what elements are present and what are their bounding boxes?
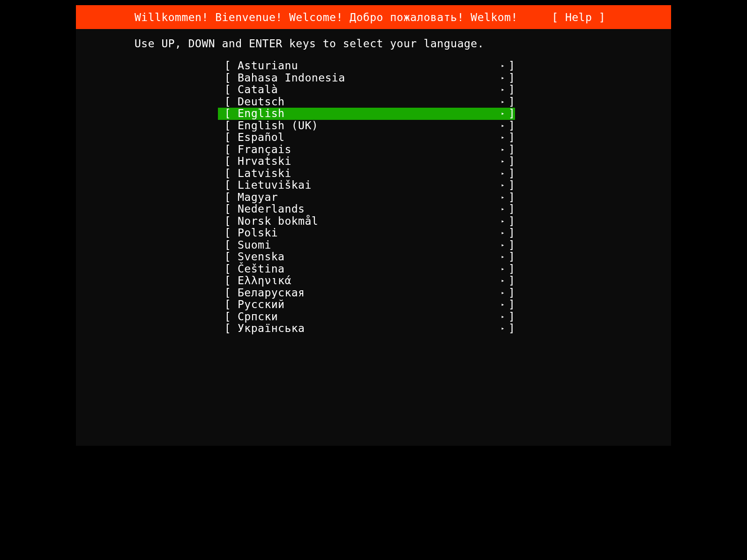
language-name: Català — [231, 84, 501, 96]
language-name: English (UK) — [231, 120, 501, 132]
bracket-open: [ — [218, 299, 231, 311]
bracket-open: [ — [218, 132, 231, 144]
header-bar: Willkommen! Bienvenue! Welcome! Добро по… — [76, 5, 671, 29]
chevron-right-icon: ▸ — [501, 108, 508, 120]
bracket-open: [ — [218, 96, 231, 108]
bracket-close: ] — [508, 203, 515, 215]
language-list: [Asturianu▸][Bahasa Indonesia▸][Català▸]… — [218, 60, 515, 335]
language-name: Українська — [231, 323, 501, 335]
bracket-open: [ — [218, 155, 231, 168]
bracket-open: [ — [218, 84, 231, 96]
language-item[interactable]: [Ελληνικά▸] — [218, 275, 515, 287]
bracket-open: [ — [218, 72, 231, 84]
chevron-right-icon: ▸ — [501, 311, 508, 323]
bracket-open: [ — [218, 108, 231, 120]
bracket-close: ] — [508, 155, 515, 168]
bracket-close: ] — [508, 144, 515, 156]
language-item[interactable]: [Suomi▸] — [218, 239, 515, 251]
chevron-right-icon: ▸ — [501, 72, 508, 84]
bracket-open: [ — [218, 168, 231, 180]
language-name: Nederlands — [231, 203, 501, 215]
bracket-open: [ — [218, 263, 231, 275]
bracket-close: ] — [508, 227, 515, 239]
bracket-open: [ — [218, 179, 231, 192]
top-black-bar — [76, 0, 671, 5]
language-item[interactable]: [Asturianu▸] — [218, 60, 515, 72]
language-item[interactable]: [English▸] — [218, 108, 515, 120]
bracket-close: ] — [508, 323, 515, 335]
language-name: Norsk bokmål — [231, 215, 501, 228]
language-item[interactable]: [Українська▸] — [218, 323, 515, 335]
bracket-close: ] — [508, 239, 515, 251]
help-button[interactable]: [ Help ] — [552, 11, 605, 23]
language-name: Latviski — [231, 168, 501, 180]
chevron-right-icon: ▸ — [501, 215, 508, 228]
installer-screen: Willkommen! Bienvenue! Welcome! Добро по… — [76, 0, 671, 446]
chevron-right-icon: ▸ — [501, 132, 508, 144]
bracket-open: [ — [218, 203, 231, 215]
language-name: English — [231, 108, 501, 120]
chevron-right-icon: ▸ — [501, 299, 508, 311]
language-item[interactable]: [Čeština▸] — [218, 263, 515, 275]
language-item[interactable]: [Беларуская▸] — [218, 287, 515, 299]
language-item[interactable]: [Deutsch▸] — [218, 96, 515, 108]
bracket-open: [ — [218, 287, 231, 299]
language-item[interactable]: [Magyar▸] — [218, 192, 515, 204]
language-name: Čeština — [231, 263, 501, 275]
language-item[interactable]: [Svenska▸] — [218, 251, 515, 263]
language-item[interactable]: [Français▸] — [218, 144, 515, 156]
bracket-open: [ — [218, 239, 231, 251]
language-name: Ελληνικά — [231, 275, 501, 287]
bracket-close: ] — [508, 120, 515, 132]
language-item[interactable]: [English (UK)▸] — [218, 120, 515, 132]
bracket-close: ] — [508, 251, 515, 263]
bracket-open: [ — [218, 215, 231, 228]
language-name: Svenska — [231, 251, 501, 263]
bracket-close: ] — [508, 192, 515, 204]
bracket-close: ] — [508, 168, 515, 180]
bracket-close: ] — [508, 311, 515, 323]
bracket-open: [ — [218, 60, 231, 72]
chevron-right-icon: ▸ — [501, 192, 508, 204]
language-item[interactable]: [Español▸] — [218, 132, 515, 144]
language-name: Русский — [231, 299, 501, 311]
bracket-open: [ — [218, 120, 231, 132]
chevron-right-icon: ▸ — [501, 275, 508, 287]
welcome-title: Willkommen! Bienvenue! Welcome! Добро по… — [134, 11, 518, 23]
chevron-right-icon: ▸ — [501, 251, 508, 263]
language-name: Polski — [231, 227, 501, 239]
chevron-right-icon: ▸ — [501, 227, 508, 239]
language-item[interactable]: [Norsk bokmål▸] — [218, 215, 515, 228]
instructions-text: Use UP, DOWN and ENTER keys to select yo… — [134, 37, 671, 50]
language-name: Français — [231, 144, 501, 156]
language-name: Asturianu — [231, 60, 501, 72]
chevron-right-icon: ▸ — [501, 263, 508, 275]
language-item[interactable]: [Русский▸] — [218, 299, 515, 311]
chevron-right-icon: ▸ — [501, 179, 508, 192]
language-item[interactable]: [Lietuviškai▸] — [218, 179, 515, 192]
bracket-open: [ — [218, 275, 231, 287]
language-item[interactable]: [Nederlands▸] — [218, 203, 515, 215]
bracket-close: ] — [508, 60, 515, 72]
language-item[interactable]: [Latviski▸] — [218, 168, 515, 180]
bracket-close: ] — [508, 84, 515, 96]
chevron-right-icon: ▸ — [501, 239, 508, 251]
bracket-open: [ — [218, 192, 231, 204]
language-name: Hrvatski — [231, 155, 501, 168]
bracket-close: ] — [508, 215, 515, 228]
language-name: Magyar — [231, 192, 501, 204]
bracket-open: [ — [218, 323, 231, 335]
language-item[interactable]: [Bahasa Indonesia▸] — [218, 72, 515, 84]
language-item[interactable]: [Српски▸] — [218, 311, 515, 323]
chevron-right-icon: ▸ — [501, 323, 508, 335]
language-name: Bahasa Indonesia — [231, 72, 501, 84]
language-name: Deutsch — [231, 96, 501, 108]
language-item[interactable]: [Hrvatski▸] — [218, 155, 515, 168]
language-item[interactable]: [Català▸] — [218, 84, 515, 96]
bracket-open: [ — [218, 311, 231, 323]
bracket-open: [ — [218, 251, 231, 263]
bracket-close: ] — [508, 72, 515, 84]
bracket-close: ] — [508, 179, 515, 192]
language-item[interactable]: [Polski▸] — [218, 227, 515, 239]
chevron-right-icon: ▸ — [501, 203, 508, 215]
